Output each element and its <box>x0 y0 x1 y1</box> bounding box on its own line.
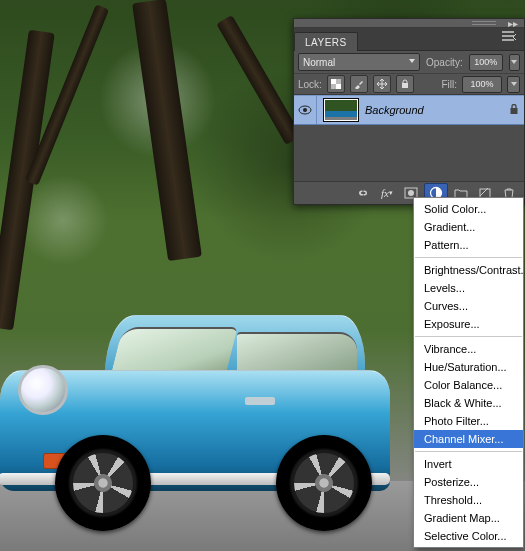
layers-panel: ▸▸ LAYERS Normal Opacity: 100% Lock: Fil… <box>293 18 525 205</box>
visibility-toggle[interactable] <box>294 96 317 124</box>
blend-mode-select[interactable]: Normal <box>298 53 420 71</box>
adjustment-layer-menu: Solid Color...Gradient...Pattern...Brigh… <box>413 197 524 548</box>
menu-item[interactable]: Black & White... <box>414 394 523 412</box>
menu-item[interactable]: Brightness/Contrast... <box>414 261 523 279</box>
link-layers-icon[interactable] <box>352 184 374 202</box>
svg-point-8 <box>408 190 414 196</box>
menu-separator <box>415 336 522 337</box>
layer-row[interactable]: Background <box>294 95 524 125</box>
lock-move-icon[interactable] <box>373 75 391 93</box>
menu-item[interactable]: Color Balance... <box>414 376 523 394</box>
menu-item[interactable]: Selective Color... <box>414 527 523 545</box>
svg-point-5 <box>303 108 307 112</box>
lock-transparent-icon[interactable] <box>327 75 345 93</box>
layer-fx-icon[interactable]: fx▾ <box>376 184 398 202</box>
menu-separator <box>415 451 522 452</box>
fill-stepper[interactable] <box>507 76 520 93</box>
menu-item[interactable]: Exposure... <box>414 315 523 333</box>
lock-all-icon[interactable] <box>396 75 414 93</box>
panel-menu-icon[interactable] <box>502 31 520 45</box>
menu-item[interactable]: Pattern... <box>414 236 523 254</box>
menu-item[interactable]: Invert <box>414 455 523 473</box>
menu-item[interactable]: Solid Color... <box>414 200 523 218</box>
menu-separator <box>415 257 522 258</box>
menu-item[interactable]: Curves... <box>414 297 523 315</box>
opacity-label: Opacity: <box>426 57 463 68</box>
svg-rect-1 <box>331 79 336 84</box>
eye-icon <box>298 105 312 115</box>
svg-rect-3 <box>402 83 408 88</box>
car <box>0 311 410 541</box>
lock-label: Lock: <box>298 79 322 90</box>
opacity-stepper[interactable] <box>509 54 520 71</box>
menu-item[interactable]: Hue/Saturation... <box>414 358 523 376</box>
menu-item[interactable]: Photo Filter... <box>414 412 523 430</box>
blend-mode-value: Normal <box>303 57 335 68</box>
menu-item[interactable]: Levels... <box>414 279 523 297</box>
lock-indicator-icon <box>504 104 524 117</box>
tab-layers[interactable]: LAYERS <box>294 32 358 51</box>
layer-name[interactable]: Background <box>365 104 504 116</box>
layer-list: Background <box>294 95 524 181</box>
layer-thumbnail[interactable] <box>323 98 359 122</box>
menu-item[interactable]: Gradient Map... <box>414 509 523 527</box>
panel-drag-bar[interactable]: ▸▸ <box>294 19 524 28</box>
opacity-field[interactable]: 100% <box>469 54 503 71</box>
svg-rect-2 <box>336 84 341 89</box>
menu-item[interactable]: Vibrance... <box>414 340 523 358</box>
fill-label: Fill: <box>441 79 457 90</box>
menu-item[interactable]: Posterize... <box>414 473 523 491</box>
fill-field[interactable]: 100% <box>462 76 502 93</box>
svg-rect-6 <box>511 108 518 114</box>
lock-brush-icon[interactable] <box>350 75 368 93</box>
menu-item[interactable]: Threshold... <box>414 491 523 509</box>
menu-item[interactable]: Gradient... <box>414 218 523 236</box>
menu-item[interactable]: Channel Mixer... <box>414 430 523 448</box>
